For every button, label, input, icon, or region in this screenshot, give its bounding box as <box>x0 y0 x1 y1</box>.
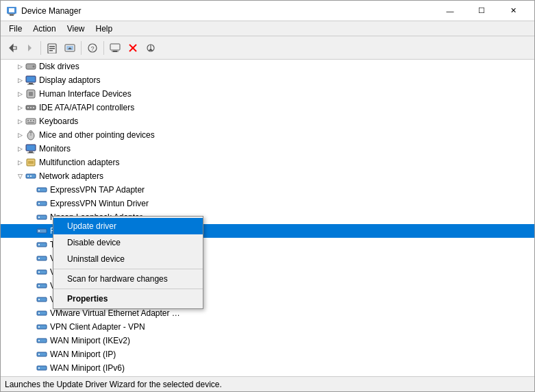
tree-item-ide[interactable]: ▷ IDE ATA/ATAPI controllers <box>1 101 534 114</box>
mice-label: Mice and other pointing devices <box>39 130 155 140</box>
toolbar-scan-button[interactable] <box>107 40 123 56</box>
svg-rect-59 <box>38 244 40 245</box>
update-icon <box>64 42 75 53</box>
tree-item-hid[interactable]: ▷ Human Interface Devices <box>1 87 534 101</box>
display-adaptors-label: Display adaptors <box>39 75 100 85</box>
expand-monitors[interactable]: ▷ <box>14 143 25 154</box>
svg-rect-31 <box>27 107 29 108</box>
netdev-icon-5 <box>36 253 47 264</box>
expand-mice[interactable]: ▷ <box>14 130 25 140</box>
toolbar-back-button[interactable] <box>3 40 20 56</box>
toolbar-help-button[interactable]: ? <box>84 40 101 56</box>
context-menu-update-driver[interactable]: Update driver <box>53 218 203 234</box>
expand-disk-drives[interactable]: ▷ <box>14 61 25 72</box>
tree-item-display-adaptors[interactable]: ▷ Display adaptors <box>1 73 534 87</box>
wan-ipv6-label: WAN Miniport (IPv6) <box>50 363 125 373</box>
keyboard-icon <box>25 116 36 127</box>
maximize-button[interactable]: ☐ <box>466 1 497 21</box>
context-menu-properties[interactable]: Properties <box>53 291 203 307</box>
svg-rect-25 <box>26 76 36 82</box>
tree-item-wan-ipv6[interactable]: WAN Miniport (IPv6) <box>1 361 534 375</box>
minimize-button[interactable]: — <box>434 1 466 21</box>
mice-icon <box>25 130 36 140</box>
svg-rect-2 <box>10 14 14 16</box>
uninstall-icon <box>127 42 138 53</box>
tree-item-multifunction[interactable]: ▷ Multifunction adapters <box>1 156 534 169</box>
toolbar-scan-hardware-button[interactable] <box>142 40 159 56</box>
tree-item-monitors[interactable]: ▷ Monitors <box>1 142 534 156</box>
svg-rect-3 <box>8 14 15 14</box>
netdev-icon-10 <box>36 321 47 332</box>
expand-expressvpn-wintun <box>25 198 36 209</box>
menu-action[interactable]: Action <box>27 23 61 35</box>
tree-item-wan-l2tp[interactable]: WAN Miniport (L2TP) <box>1 375 534 376</box>
tree-item-disk-drives[interactable]: ▷ Disk drives <box>1 60 534 73</box>
monitors-icon <box>25 143 36 154</box>
close-button[interactable]: ✕ <box>497 1 529 21</box>
context-menu-uninstall-device[interactable]: Uninstall device <box>53 251 203 267</box>
ide-label: IDE ATA/ATAPI controllers <box>39 103 134 112</box>
tree-item-network-adapters[interactable]: ▽ Network adapters <box>1 169 534 183</box>
netdev-icon-12 <box>36 349 47 360</box>
svg-rect-36 <box>30 120 32 121</box>
ide-icon <box>25 102 36 113</box>
netdev-icon-1 <box>36 198 47 209</box>
expand-display-adaptors[interactable]: ▷ <box>14 75 25 86</box>
properties-icon <box>47 42 58 53</box>
disk-drives-label: Disk drives <box>39 62 79 71</box>
menu-file[interactable]: File <box>3 23 27 35</box>
back-icon <box>6 42 17 53</box>
toolbar-properties-button[interactable] <box>44 40 60 56</box>
menu-bar: File Action View Help <box>1 21 534 36</box>
menu-help[interactable]: Help <box>90 23 119 35</box>
svg-marker-22 <box>149 48 153 51</box>
netdev-icon-3 <box>36 225 47 236</box>
tree-item-wan-ip[interactable]: WAN Miniport (IP) <box>1 347 534 361</box>
status-text: Launches the Update Driver Wizard for th… <box>5 380 222 389</box>
svg-rect-15 <box>110 44 120 50</box>
toolbar-uninstall-button[interactable] <box>125 40 141 56</box>
svg-rect-48 <box>27 175 29 177</box>
app-icon <box>6 5 17 16</box>
expand-ide[interactable]: ▷ <box>14 102 25 113</box>
wan-ip-label: WAN Miniport (IP) <box>50 350 116 359</box>
svg-rect-77 <box>38 367 40 369</box>
tree-item-expressvpn-tap[interactable]: ExpressVPN TAP Adapter <box>1 183 534 197</box>
expand-keyboards[interactable]: ▷ <box>14 116 25 127</box>
tree-item-keyboards[interactable]: ▷ Keyboards <box>1 114 534 128</box>
svg-rect-37 <box>33 120 34 121</box>
tree-item-mice[interactable]: ▷ Mice and other pointing devices <box>1 128 534 142</box>
svg-rect-71 <box>38 326 40 328</box>
context-menu-disable-device[interactable]: Disable device <box>53 234 203 251</box>
toolbar-forward-button[interactable] <box>21 40 38 56</box>
keyboards-label: Keyboards <box>39 117 78 126</box>
expand-network-adapters[interactable]: ▽ <box>14 171 25 182</box>
netdev-icon-4 <box>36 239 47 250</box>
svg-rect-57 <box>38 230 40 232</box>
svg-rect-63 <box>38 271 40 273</box>
context-menu-scan-hardware[interactable]: Scan for hardware changes <box>53 271 203 287</box>
hid-label: Human Interface Devices <box>39 89 132 99</box>
network-adapters-label: Network adapters <box>39 171 103 181</box>
expand-hid[interactable]: ▷ <box>14 88 25 99</box>
tree-item-wan-ikev2[interactable]: WAN Miniport (IKEv2) <box>1 334 534 347</box>
netdev-icon-11 <box>36 335 47 346</box>
svg-rect-32 <box>30 107 32 108</box>
svg-rect-73 <box>38 340 40 341</box>
wan-ikev2-label: WAN Miniport (IKEv2) <box>50 336 130 345</box>
svg-point-24 <box>33 66 35 68</box>
svg-rect-29 <box>29 92 33 96</box>
tree-item-vpn-client[interactable]: VPN Client Adapter - VPN <box>1 320 534 334</box>
svg-rect-65 <box>38 285 40 286</box>
svg-rect-53 <box>38 203 40 204</box>
tree-item-expressvpn-wintun[interactable]: ExpressVPN Wintun Driver <box>1 197 534 210</box>
svg-rect-8 <box>49 48 55 49</box>
svg-marker-5 <box>28 45 32 51</box>
menu-view[interactable]: View <box>62 23 90 35</box>
expand-multifunction[interactable]: ▷ <box>14 157 25 168</box>
expressvpn-wintun-label: ExpressVPN Wintun Driver <box>50 199 149 208</box>
toolbar-update-driver-button[interactable] <box>62 40 78 56</box>
netdev-icon-7 <box>36 280 47 291</box>
monitor-icon <box>110 42 121 53</box>
svg-rect-67 <box>38 299 40 300</box>
